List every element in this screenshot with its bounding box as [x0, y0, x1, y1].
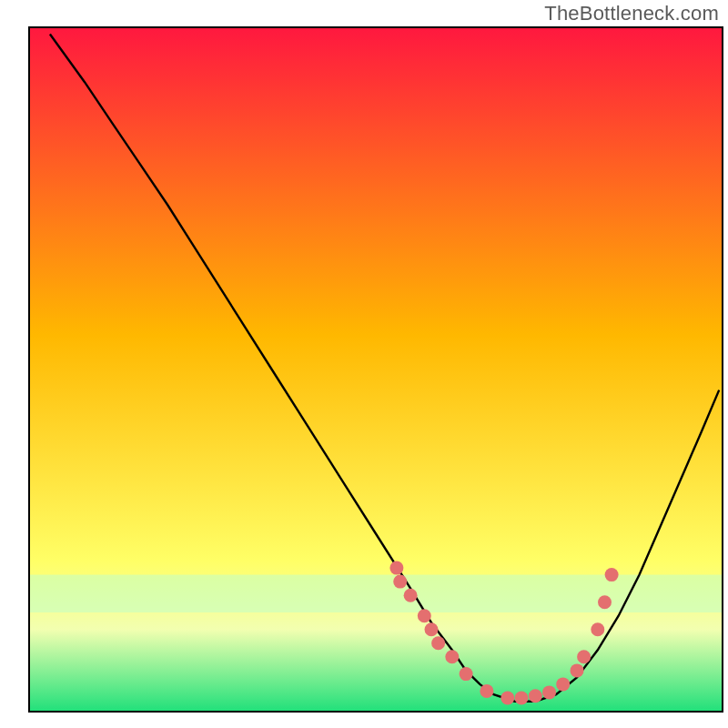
- highlight-dot: [460, 667, 473, 681]
- highlight-dot: [404, 589, 418, 602]
- highlight-dot: [389, 561, 403, 575]
- highlight-dot: [480, 684, 493, 698]
- highlight-dot: [571, 663, 584, 677]
- highlight-dot: [418, 609, 431, 622]
- highlight-dot: [445, 650, 459, 663]
- chart-frame: TheBottleneck.com: [0, 0, 728, 728]
- highlight-dot: [598, 595, 612, 609]
- highlight-dot: [529, 689, 542, 703]
- highlight-dot: [591, 622, 604, 636]
- highlight-dot: [542, 685, 556, 699]
- highlight-dot: [577, 650, 591, 663]
- highlight-dot: [556, 677, 570, 691]
- green-band: [29, 575, 723, 612]
- bottleneck-chart: [0, 0, 728, 728]
- highlight-dot: [515, 692, 529, 705]
- highlight-dot: [425, 622, 439, 636]
- highlight-dot: [605, 568, 619, 581]
- watermark-label: TheBottleneck.com: [544, 2, 719, 25]
- highlight-dot: [500, 692, 514, 705]
- highlight-dot: [431, 636, 445, 650]
- highlight-dot: [393, 575, 407, 589]
